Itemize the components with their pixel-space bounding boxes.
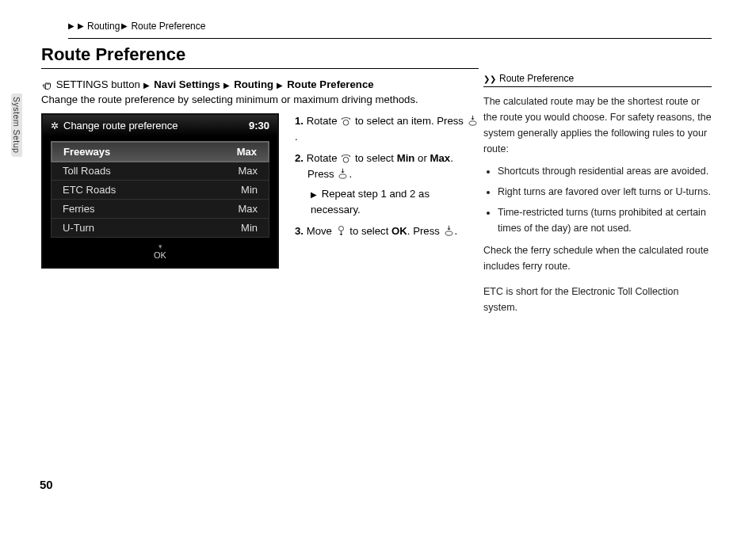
screenshot-row-label: Freeways — [63, 146, 110, 158]
sidebar-note: ❯❯ Route Preference The calculated route… — [483, 73, 712, 315]
sidebar-bullet: Shortcuts through residential areas are … — [498, 163, 712, 179]
screenshot-ok-label: OK — [154, 250, 166, 260]
screenshot-row-label: Ferries — [63, 203, 94, 215]
step-text: . — [450, 152, 453, 164]
screenshot-row: Ferries Max — [52, 200, 269, 219]
svg-point-0 — [343, 120, 349, 125]
press-dial-icon — [443, 225, 455, 237]
page-title: Route Preference — [41, 44, 479, 69]
breadcrumb: ▶ ▶ Routing ▶ Route Preference — [68, 17, 712, 39]
screenshot-row: Freeways Max — [51, 141, 269, 162]
section-tab-label: System Setup — [12, 97, 21, 153]
screenshot-row-value: Min — [241, 222, 258, 234]
screenshot-row: ETC Roads Min — [52, 181, 269, 200]
chevron-down-icon: ▾ — [43, 242, 277, 250]
screenshot-row-value: Min — [241, 184, 258, 196]
screenshot-row-value: Max — [237, 146, 257, 158]
step-text: Rotate — [307, 115, 338, 127]
sidebar-paragraph: Check the ferry schedule when the calcul… — [483, 242, 712, 274]
nav-path-seg: Route Preference — [287, 78, 373, 90]
step-bold: OK — [391, 225, 407, 237]
step-text: Move — [307, 225, 332, 237]
breadcrumb-seg: Route Preference — [131, 21, 205, 32]
section-tab: System Setup — [11, 93, 22, 157]
screenshot-row-label: ETC Roads — [63, 184, 116, 196]
step-text: Rotate — [307, 152, 338, 164]
triangle-icon: ▶ — [223, 81, 230, 90]
nav-path-seg: Routing — [234, 78, 273, 90]
sidebar-title: Route Preference — [499, 73, 574, 84]
step-repeat: Repeat step 1 and 2 as necessary. — [311, 188, 430, 216]
nav-path-seg: Navi Settings — [154, 78, 220, 90]
description: Change the route preference by selecting… — [41, 93, 479, 105]
screenshot-row-value: Max — [238, 165, 258, 177]
press-dial-icon — [467, 115, 479, 127]
device-screenshot: ✲Change route preference 9:30 Freeways M… — [41, 113, 279, 269]
step-text: or — [418, 152, 427, 164]
nav-path: SETTINGS button ▶ Navi Settings ▶ Routin… — [41, 78, 479, 90]
sidebar-bullet: Right turns are favored over left turns … — [498, 184, 712, 200]
hand-icon — [41, 78, 53, 90]
svg-point-1 — [469, 121, 476, 125]
triangle-icon: ▶ — [68, 22, 74, 30]
double-chevron-icon: ❯❯ — [483, 74, 496, 83]
svg-point-4 — [338, 226, 343, 231]
triangle-icon: ▶ — [78, 22, 84, 30]
step-text: to select — [355, 152, 394, 164]
triangle-icon: ▶ — [277, 81, 283, 90]
step-text: . — [349, 168, 352, 180]
move-dial-icon — [335, 225, 347, 237]
step-bold: Max — [430, 152, 450, 164]
screenshot-row: U-Turn Min — [52, 219, 269, 237]
sidebar-intro: The calculated route may be the shortest… — [483, 93, 712, 157]
step-bold: Min — [397, 152, 415, 164]
screenshot-row-value: Max — [238, 203, 258, 215]
step-list: 1. Rotate to select an item. Press . 2. … — [295, 113, 479, 244]
screenshot-title: Change route preference — [63, 120, 178, 132]
screenshot-row-label: Toll Roads — [63, 165, 111, 177]
step-text: to select — [349, 225, 388, 237]
gear-icon: ✲ — [51, 120, 59, 132]
triangle-icon: ▶ — [121, 22, 128, 30]
svg-point-2 — [343, 157, 349, 162]
step-text: Press — [307, 168, 334, 180]
screenshot-row-label: U-Turn — [63, 222, 94, 234]
rotate-dial-icon — [340, 152, 352, 164]
step-text: to select an item. Press — [355, 115, 464, 127]
page-number: 50 — [40, 478, 53, 491]
sidebar-paragraph: ETC is short for the Electronic Toll Col… — [483, 284, 712, 315]
nav-path-btn: SETTINGS button — [56, 78, 140, 90]
svg-point-3 — [339, 174, 346, 178]
triangle-icon: ▶ — [143, 81, 150, 90]
step-text: . — [295, 131, 298, 143]
step-text: . Press — [407, 225, 440, 237]
screenshot-time: 9:30 — [249, 120, 269, 132]
triangle-icon: ▶ — [311, 189, 317, 201]
sidebar-bullet: Time-restricted turns (turns prohibited … — [498, 204, 712, 236]
press-dial-icon — [337, 168, 349, 180]
step-text: . — [455, 225, 458, 237]
screenshot-row: Toll Roads Max — [52, 162, 269, 181]
breadcrumb-seg: Routing — [87, 21, 120, 32]
svg-point-5 — [445, 231, 452, 235]
rotate-dial-icon — [340, 115, 352, 127]
